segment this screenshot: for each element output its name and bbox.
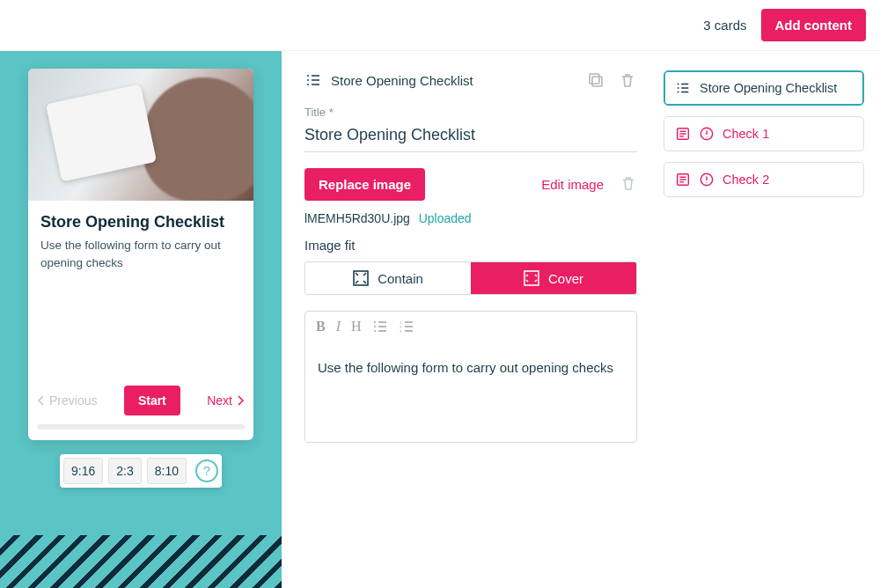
delete-card-button[interactable] (618, 70, 637, 90)
warning-icon (700, 173, 714, 187)
preview-start-button[interactable]: Start (124, 386, 180, 415)
form-icon (675, 126, 691, 142)
ratio-8-10-button[interactable]: 8:10 (147, 458, 187, 484)
rte-heading-button[interactable]: H (351, 319, 362, 338)
svg-point-5 (374, 326, 376, 327)
bullet-list-icon (372, 319, 388, 334)
card-list-item-label: Check 1 (722, 127, 769, 141)
edit-image-link[interactable]: Edit image (541, 177, 604, 192)
rich-text-editor: B I H 123 Use the following form to carr… (304, 311, 637, 443)
svg-rect-1 (590, 74, 599, 84)
chevron-right-icon (236, 394, 245, 407)
warning-icon (700, 127, 714, 141)
copy-icon (587, 71, 605, 89)
card-count: 3 cards (703, 18, 746, 33)
card-list-item-check-1[interactable]: Check 1 (664, 116, 864, 151)
image-fit-cover[interactable]: Cover (471, 262, 636, 294)
title-input[interactable] (304, 122, 637, 152)
preview-body: Use the following form to carry out open… (28, 237, 253, 273)
card-list-item-label: Check 2 (722, 173, 769, 187)
rte-olist-button[interactable]: 123 (399, 319, 414, 338)
preview-previous-label: Previous (49, 393, 97, 408)
svg-point-12 (706, 136, 707, 137)
svg-point-4 (374, 321, 376, 323)
cover-icon (524, 270, 539, 286)
image-filename-row: lMEMH5Rd30U.jpg Uploaded (304, 211, 637, 225)
svg-point-6 (374, 330, 376, 332)
trash-icon (619, 71, 636, 89)
svg-rect-3 (524, 271, 539, 285)
card-preview: Store Opening Checklist Use the followin… (28, 69, 253, 440)
rte-body[interactable]: Use the following form to carry out open… (305, 345, 636, 395)
card-list-item-overview[interactable]: Store Opening Checklist (664, 70, 864, 106)
duplicate-button[interactable] (586, 70, 605, 90)
svg-text:3: 3 (400, 329, 402, 334)
number-list-icon: 123 (399, 319, 414, 334)
card-list-item-label: Store Opening Checklist (700, 81, 837, 95)
contain-label: Contain (378, 271, 423, 286)
rte-italic-button[interactable]: I (336, 319, 341, 338)
preview-panel: Store Opening Checklist Use the followin… (0, 51, 282, 588)
preview-hero-image (28, 69, 253, 201)
checklist-icon (304, 71, 322, 89)
image-filename: lMEMH5Rd30U.jpg (304, 211, 410, 225)
svg-rect-0 (592, 77, 602, 86)
topbar: 3 cards Add content (0, 0, 880, 51)
rte-ulist-button[interactable] (372, 319, 388, 338)
contain-icon (353, 270, 369, 286)
ratio-2-3-button[interactable]: 2:3 (108, 458, 141, 484)
preview-scrollbar[interactable] (37, 424, 245, 430)
editor-header-title: Store Opening Checklist (331, 73, 473, 88)
upload-status: Uploaded (419, 211, 472, 225)
title-field-label: Title * (304, 106, 637, 119)
image-fit-contain[interactable]: Contain (305, 262, 471, 294)
rte-toolbar: B I H 123 (305, 312, 636, 345)
delete-image-button[interactable] (620, 174, 637, 195)
image-fit-segmented: Contain Cover (304, 261, 637, 295)
add-content-button[interactable]: Add content (761, 9, 867, 41)
chevron-left-icon (37, 394, 46, 407)
trash-icon (620, 174, 637, 192)
image-fit-label: Image fit (304, 238, 637, 253)
ratio-9-16-button[interactable]: 9:16 (63, 458, 103, 484)
checklist-icon (675, 80, 691, 96)
preview-title: Store Opening Checklist (28, 201, 253, 237)
preview-previous-button[interactable]: Previous (37, 393, 97, 408)
cover-label: Cover (548, 271, 583, 286)
card-list: Store Opening Checklist Check 1 Check 2 (660, 51, 880, 588)
svg-point-15 (706, 182, 707, 183)
card-list-item-check-2[interactable]: Check 2 (664, 162, 864, 197)
help-icon[interactable]: ? (195, 459, 218, 482)
replace-image-button[interactable]: Replace image (304, 168, 425, 201)
aspect-ratio-bar: 9:16 2:3 8:10 ? (60, 454, 222, 488)
editor-panel: Store Opening Checklist Title * Replace … (282, 51, 660, 588)
rte-bold-button[interactable]: B (316, 319, 326, 338)
form-icon (675, 172, 691, 187)
preview-next-button[interactable]: Next (207, 393, 245, 408)
preview-next-label: Next (207, 393, 232, 408)
